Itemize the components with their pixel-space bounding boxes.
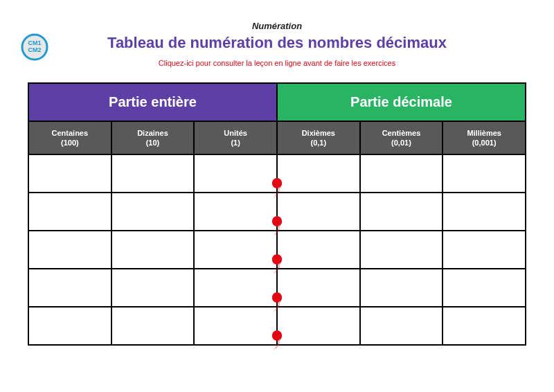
table-cell[interactable] [194,269,277,307]
table-cell[interactable] [277,307,360,345]
column-label: Centaines [29,129,111,137]
table-cell[interactable] [443,269,526,307]
table-cell[interactable] [28,307,111,345]
column-value: (0,01) [361,139,443,147]
column-value: (0,1) [278,139,359,147]
decimal-part-header: Partie décimale [277,83,526,121]
table-cell[interactable] [360,231,443,269]
table-cell[interactable] [443,231,526,269]
table-cell[interactable] [111,154,195,193]
column-header: Unités(1) [194,121,277,154]
table-cell[interactable] [28,231,111,269]
table-cell[interactable] [194,193,277,231]
table-cell[interactable] [443,154,526,193]
table-cell[interactable] [277,269,360,307]
column-value: (100) [29,139,111,147]
table-cell[interactable] [194,154,277,193]
header: Numération Tableau de numération des nom… [28,21,526,69]
subject-label: Numération [28,21,526,31]
column-label: Dixièmes [278,129,359,137]
table-cell[interactable] [111,269,195,307]
page-title: Tableau de numération des nombres décima… [28,34,526,52]
column-header: Dixièmes(0,1) [277,121,360,154]
badge-line2: CM2 [28,46,41,53]
column-value: (0,001) [443,139,525,147]
table-cell[interactable] [194,307,277,345]
table-cell[interactable] [277,231,360,269]
column-label: Centièmes [361,129,443,137]
column-header: Dizaines(10) [111,121,195,154]
column-label: Millièmes [443,129,525,137]
table-cell[interactable] [360,193,443,231]
table-cell[interactable] [28,154,111,193]
table-cell[interactable] [194,231,277,269]
integer-part-header: Partie entière [28,83,277,121]
column-label: Unités [195,129,276,137]
table-cell[interactable] [28,193,111,231]
badge-line1: CM1 [28,39,41,46]
table-cell[interactable] [360,307,443,345]
column-label: Dizaines [112,129,194,137]
table-cell[interactable] [111,193,195,231]
grade-badge: CM1 CM2 [21,33,48,61]
column-header: Centaines(100) [28,121,111,154]
table-cell[interactable] [360,269,443,307]
table-cell[interactable] [28,269,111,307]
place-value-table: Partie entière Partie décimale Centaines… [28,82,526,346]
table-cell[interactable] [360,154,443,193]
table-cell[interactable] [111,307,195,345]
table-cell[interactable] [443,307,526,345]
table-cell[interactable] [111,231,195,269]
table-cell[interactable] [443,193,526,231]
column-header: Centièmes(0,01) [360,121,443,154]
column-header: Millièmes(0,001) [443,121,526,154]
lesson-link[interactable]: Cliquez-ici pour consulter la leçon en l… [159,59,395,67]
column-value: (10) [112,139,194,147]
table-cell[interactable] [277,193,360,231]
column-value: (1) [195,139,276,147]
table-cell[interactable] [277,154,360,193]
